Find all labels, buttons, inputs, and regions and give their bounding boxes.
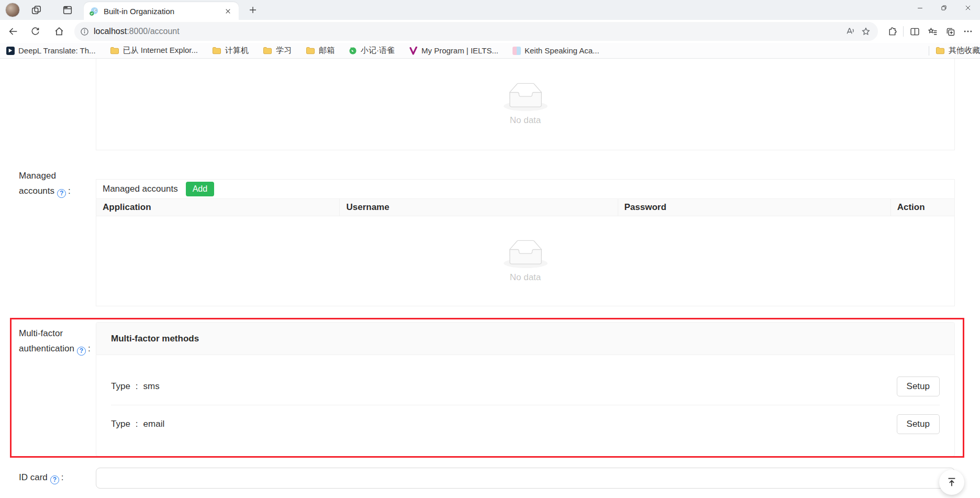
address-bar[interactable]: localhost:8000/account [74,22,878,41]
managed-accounts-label: Managed accounts?: [19,168,71,198]
mfa-card: Multi-factor methods Type:sms Setup Type… [96,322,955,457]
toolbar-divider [903,26,904,37]
new-tab-button[interactable] [245,2,261,18]
bookmark-my-program[interactable]: My Program | IELTS... [409,46,498,55]
add-button[interactable]: Add [186,182,214,196]
folder-icon [110,47,119,54]
empty-state: No data [96,59,954,150]
back-to-top-button[interactable] [939,470,964,495]
refresh-icon[interactable] [26,23,44,40]
back-to-top-icon [946,477,957,488]
bookmark-folder-ie[interactable]: 已从 Internet Explor... [110,46,198,56]
bookmark-yuque[interactable]: 小记·语雀 [349,46,395,56]
extensions-icon[interactable] [883,23,901,40]
url-host: localhost [94,27,127,36]
vee-icon [409,47,418,55]
browser-tab-strip: Built-in Organization [0,0,980,20]
restore-button[interactable] [932,0,956,16]
read-aloud-icon[interactable] [842,24,858,39]
column-password: Password [618,199,891,216]
other-favorites[interactable]: 其他收藏 [929,46,980,56]
profile-avatar[interactable] [5,3,20,17]
folder-icon [306,47,315,54]
browser-toolbar: localhost:8000/account [0,20,980,43]
mfa-card-body: Type:sms Setup Type:email Setup [96,368,954,443]
close-window-button[interactable] [956,0,980,16]
mfa-label: Multi-factor authentication?: [19,326,91,356]
window-controls [908,0,980,16]
favorite-star-icon[interactable] [858,24,874,39]
mfa-type-text: Type:email [111,419,164,429]
minimize-button[interactable] [908,0,932,16]
tab-title: Built-in Organization [104,7,222,16]
empty-box-icon [504,83,548,111]
bookmark-folder-computer[interactable]: 计算机 [212,46,249,56]
column-action: Action [891,199,954,216]
vertical-tabs-icon[interactable] [60,2,75,18]
table-column-headers: Application Username Password Action [96,198,955,216]
table-body: No data [96,216,955,306]
id-card-label: ID card?: [19,470,64,485]
back-icon[interactable] [4,23,22,40]
empty-state: No data [96,216,954,306]
deepl-icon [6,47,15,55]
settings-more-icon[interactable] [959,23,977,40]
folder-icon [936,47,945,54]
site-favicon [89,6,99,16]
mfa-row-email: Type:email Setup [111,405,940,443]
id-card-input[interactable] [96,468,955,489]
empty-text: No data [510,115,541,126]
favorites-bar-icon[interactable] [923,23,941,40]
bookmark-folder-mail[interactable]: 邮箱 [306,46,335,56]
collections-icon[interactable] [941,23,959,40]
managed-accounts-table-header: Managed accounts Add [96,179,955,198]
bookmarks-divider [929,46,929,56]
help-icon[interactable]: ? [50,475,59,484]
browser-tab[interactable]: Built-in Organization [84,2,239,20]
top-table-card: No data [96,59,955,150]
tab-close-icon[interactable] [222,5,233,17]
other-favorites-label: 其他收藏 [949,46,980,56]
keith-icon [513,47,521,55]
help-icon[interactable]: ? [57,189,66,198]
bookmark-deepl[interactable]: DeepL Translate: Th... [6,46,96,55]
bookmark-folder-study[interactable]: 学习 [263,46,292,56]
setup-button-sms[interactable]: Setup [897,377,940,396]
mfa-card-title: Multi-factor methods [96,323,954,355]
workspaces-icon[interactable] [28,2,44,18]
help-icon[interactable]: ? [77,347,86,356]
column-application: Application [96,199,340,216]
split-screen-icon[interactable] [906,23,923,40]
site-info-icon[interactable] [80,27,90,37]
setup-button-email[interactable]: Setup [897,414,940,434]
folder-icon [263,47,272,54]
yuque-icon [349,47,357,55]
mfa-type-text: Type:sms [111,381,160,392]
bookmarks-bar: DeepL Translate: Th... 已从 Internet Explo… [0,43,980,59]
bookmark-keith[interactable]: Keith Speaking Aca... [513,46,599,55]
empty-box-icon [504,240,548,268]
folder-icon [212,47,221,54]
mfa-row-sms: Type:sms Setup [111,368,940,405]
account-page: No data Managed accounts?: Managed accou… [0,59,980,498]
url-path: :8000/account [127,27,180,36]
url-text[interactable]: localhost:8000/account [94,27,842,36]
column-username: Username [340,199,618,216]
managed-accounts-table: Managed accounts Add Application Usernam… [96,179,955,306]
empty-text: No data [510,272,541,283]
home-icon[interactable] [50,23,68,40]
table-title: Managed accounts [103,184,178,194]
